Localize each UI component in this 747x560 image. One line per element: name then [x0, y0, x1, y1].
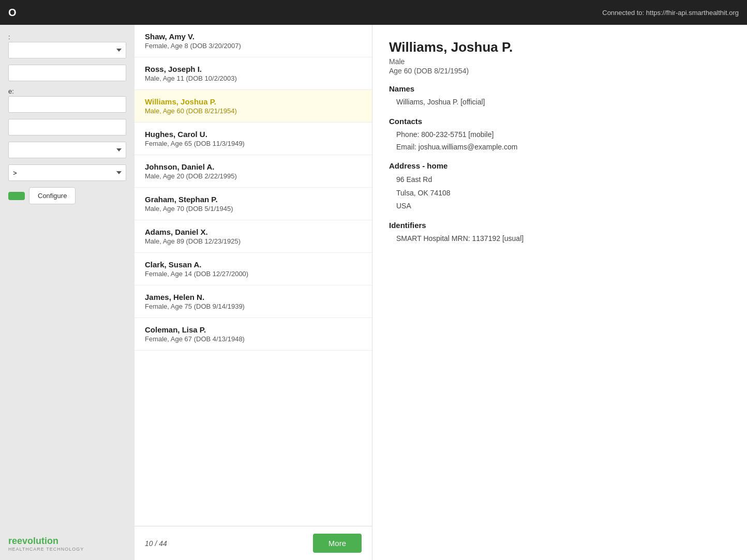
detail-address: 96 East Rd Tulsa, OK 74108 USA [389, 173, 730, 213]
patient-details: Female, Age 67 (DOB 4/13/1948) [145, 335, 362, 343]
patient-details: Male, Age 70 (DOB 5/1/1945) [145, 205, 362, 213]
detail-address-line3: USA [396, 200, 730, 213]
main-layout: : e: > Configure [0, 25, 747, 560]
logo-tagline: HEALTHCARE TECHNOLOGY [8, 547, 126, 552]
patient-details: Male, Age 11 (DOB 10/2/2003) [145, 74, 362, 82]
list-footer: 10 / 44 More [135, 526, 372, 560]
detail-gender: Male [389, 57, 730, 66]
detail-contacts-phone: Phone: 800-232-5751 [mobile] [389, 129, 730, 141]
sidebar-input-2[interactable] [8, 96, 126, 113]
patient-details: Female, Age 75 (DOB 9/14/1939) [145, 302, 362, 310]
patient-details: Female, Age 65 (DOB 11/3/1949) [145, 140, 362, 147]
list-item[interactable]: Williams, Joshua P.Male, Age 60 (DOB 8/2… [135, 90, 372, 123]
section-names-title: Names [389, 84, 730, 93]
sidebar-field2-group [8, 65, 126, 81]
patient-name: James, Helen N. [145, 293, 362, 301]
list-item[interactable]: Johnson, Daniel A.Male, Age 20 (DOB 2/22… [135, 155, 372, 188]
sidebar-field3-group: e: [8, 87, 126, 113]
detail-identifiers-value: SMART Hospital MRN: 1137192 [usual] [389, 233, 730, 245]
sidebar-select-1[interactable] [8, 42, 126, 58]
sidebar-action-row: Configure [8, 187, 126, 204]
patient-name: Johnson, Daniel A. [145, 162, 362, 171]
sidebar-field3-label: e: [8, 87, 126, 95]
sidebar-input-3[interactable] [8, 119, 126, 135]
pagination-text: 10 / 44 [145, 539, 167, 548]
sidebar-select-3[interactable]: > [8, 164, 126, 181]
patient-name: Shaw, Amy V. [145, 32, 362, 41]
search-button[interactable] [8, 192, 25, 200]
patient-name: Adams, Daniel X. [145, 228, 362, 236]
connection-status: Connected to: https://fhir-api.smartheal… [602, 9, 739, 17]
patient-details: Male, Age 89 (DOB 12/23/1925) [145, 237, 362, 245]
patient-name: Coleman, Lisa P. [145, 325, 362, 334]
top-bar: O Connected to: https://fhir-api.smarthe… [0, 0, 747, 25]
sidebar: : e: > Configure [0, 25, 135, 560]
patient-name: Hughes, Carol U. [145, 130, 362, 139]
list-item[interactable]: Shaw, Amy V.Female, Age 8 (DOB 3/20/2007… [135, 25, 372, 57]
section-contacts-title: Contacts [389, 117, 730, 126]
list-item[interactable]: Clark, Susan A.Female, Age 14 (DOB 12/27… [135, 253, 372, 285]
section-identifiers-title: Identifiers [389, 221, 730, 230]
sidebar-select-2[interactable] [8, 142, 126, 158]
detail-patient-name: Williams, Joshua P. [389, 39, 730, 55]
list-item[interactable]: Hughes, Carol U.Female, Age 65 (DOB 11/3… [135, 123, 372, 155]
sidebar-field6-group: > [8, 164, 126, 181]
patient-list-scroll: Shaw, Amy V.Female, Age 8 (DOB 3/20/2007… [135, 25, 372, 526]
sidebar-field1-label: : [8, 33, 126, 41]
logo-text: reevolution [8, 536, 126, 547]
detail-address-line1: 96 East Rd [396, 173, 730, 186]
patient-list-panel: Shaw, Amy V.Female, Age 8 (DOB 3/20/2007… [135, 25, 372, 560]
logo: reevolution HEALTHCARE TECHNOLOGY [8, 525, 126, 552]
patient-name: Graham, Stephan P. [145, 195, 362, 204]
detail-age-dob: Age 60 (DOB 8/21/1954) [389, 67, 730, 75]
patient-details: Male, Age 60 (DOB 8/21/1954) [145, 107, 362, 115]
detail-address-line2: Tulsa, OK 74108 [396, 187, 730, 200]
patient-detail-panel: Williams, Joshua P. Male Age 60 (DOB 8/2… [372, 25, 747, 560]
list-item[interactable]: James, Helen N.Female, Age 75 (DOB 9/14/… [135, 285, 372, 318]
section-address-title: Address - home [389, 161, 730, 170]
logo-prefix: re [8, 536, 17, 546]
patient-details: Male, Age 20 (DOB 2/22/1995) [145, 172, 362, 180]
sidebar-field1-group: : [8, 33, 126, 58]
sidebar-input-1[interactable] [8, 65, 126, 81]
list-item[interactable]: Adams, Daniel X.Male, Age 89 (DOB 12/23/… [135, 220, 372, 253]
list-item[interactable]: Graham, Stephan P.Male, Age 70 (DOB 5/1/… [135, 188, 372, 220]
logo-name: evolution [17, 536, 58, 546]
patient-details: Female, Age 14 (DOB 12/27/2000) [145, 270, 362, 278]
patient-name: Williams, Joshua P. [145, 97, 362, 106]
configure-button[interactable]: Configure [29, 187, 76, 204]
patient-details: Female, Age 8 (DOB 3/20/2007) [145, 42, 362, 50]
list-item[interactable]: Coleman, Lisa P.Female, Age 67 (DOB 4/13… [135, 318, 372, 351]
sidebar-field4-group [8, 119, 126, 135]
patient-name: Clark, Susan A. [145, 260, 362, 269]
detail-names-value: Williams, Joshua P. [official] [389, 96, 730, 109]
sidebar-field5-group [8, 142, 126, 158]
detail-contacts-email: Email: joshua.williams@example.com [389, 141, 730, 154]
patient-name: Ross, Joseph I. [145, 65, 362, 73]
more-button[interactable]: More [313, 534, 362, 553]
list-item[interactable]: Ross, Joseph I.Male, Age 11 (DOB 10/2/20… [135, 57, 372, 90]
app-title: O [8, 7, 17, 19]
